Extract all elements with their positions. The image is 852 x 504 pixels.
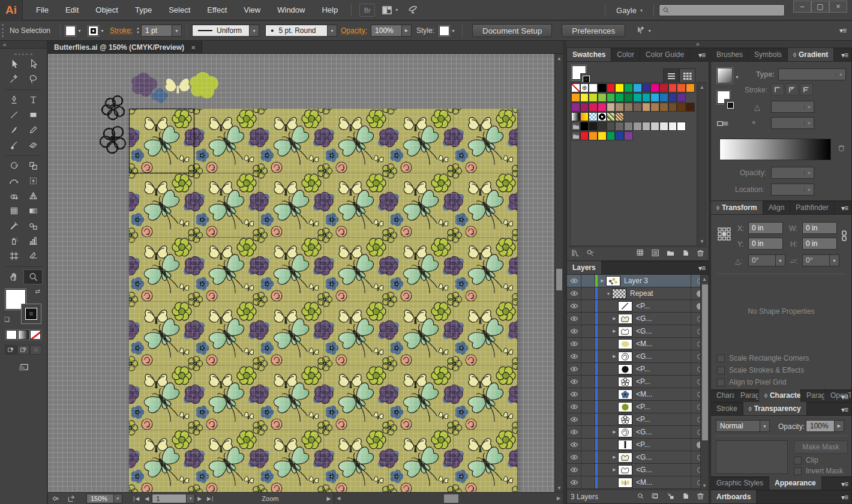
- swatch[interactable]: [677, 83, 686, 92]
- locate-object-icon[interactable]: [636, 491, 645, 502]
- x-field[interactable]: 0 in: [748, 222, 783, 234]
- swatch[interactable]: [615, 103, 624, 112]
- layer-row[interactable]: <P...: [567, 363, 709, 376]
- tab-stroke[interactable]: Stroke: [711, 402, 743, 415]
- gradient-fill-stroke-proxy[interactable]: [717, 91, 733, 111]
- layer-main-cell[interactable]: ▶<G...: [595, 350, 691, 362]
- swatch[interactable]: [615, 93, 624, 102]
- stroke-link[interactable]: Stroke:: [110, 26, 133, 35]
- black-outline-flower[interactable]: [102, 96, 124, 119]
- swatch[interactable]: [624, 93, 633, 102]
- layer-row[interactable]: <P...: [567, 413, 709, 426]
- shear-field[interactable]: 0°: [802, 254, 830, 266]
- swatch[interactable]: [598, 131, 607, 140]
- expand-right-icon[interactable]: ▶: [611, 430, 618, 434]
- stroke-proxy[interactable]: [21, 304, 41, 324]
- layer-main-cell[interactable]: <P...: [595, 363, 691, 375]
- layer-main-cell[interactable]: ▶<G...: [595, 464, 691, 476]
- rotate-field[interactable]: 0°: [748, 254, 776, 266]
- panel-menu-icon[interactable]: ▾≡: [841, 480, 848, 488]
- black-outline-flower-filled-center[interactable]: [100, 127, 125, 153]
- swatch[interactable]: [624, 122, 633, 131]
- rotate-dropdown[interactable]: ▼: [776, 254, 785, 266]
- checkbox-icon[interactable]: [794, 467, 802, 475]
- symbol-sprayer-tool[interactable]: [4, 233, 23, 248]
- layer-name[interactable]: Repeat: [630, 289, 653, 298]
- scale-rectangle-corners-option[interactable]: Scale Rectangle Corners: [717, 354, 845, 362]
- lock-toggle-cell[interactable]: [581, 287, 595, 299]
- menu-object[interactable]: Object: [87, 0, 127, 20]
- swatch[interactable]: [668, 122, 677, 131]
- type-tool[interactable]: [23, 92, 43, 107]
- swatch[interactable]: [580, 131, 589, 140]
- green-blob-flower[interactable]: [190, 72, 218, 98]
- layer-name[interactable]: <P...: [636, 302, 650, 310]
- layer-name[interactable]: <M...: [636, 478, 652, 487]
- settings-gears-icon[interactable]: [49, 494, 62, 503]
- opacity-field[interactable]: 100%: [371, 25, 402, 37]
- free-transform-tool[interactable]: [23, 173, 43, 188]
- gradient-angle-field[interactable]: ▼: [771, 101, 814, 113]
- swatch[interactable]: [580, 122, 589, 131]
- layer-main-cell[interactable]: ▶<G...: [595, 426, 691, 438]
- swatch[interactable]: [633, 122, 642, 131]
- slice-tool[interactable]: [23, 248, 43, 263]
- align-pixel-grid-option[interactable]: Align to Pixel Grid: [717, 378, 845, 386]
- column-graph-tool[interactable]: [23, 233, 43, 248]
- panel-menu-icon[interactable]: ▾≡: [841, 406, 848, 414]
- swatch[interactable]: [580, 112, 589, 121]
- stroke-dropdown[interactable]: ▼: [98, 26, 106, 36]
- stroke-weight-stepper[interactable]: ▲▼: [136, 26, 140, 35]
- artboard-tool[interactable]: [4, 248, 23, 263]
- expand-right-icon[interactable]: ▶: [611, 329, 618, 334]
- shape-builder-tool[interactable]: [4, 188, 23, 203]
- visibility-eye-icon[interactable]: [567, 363, 581, 375]
- gradient-aspect-field[interactable]: ▼: [771, 117, 814, 129]
- swatch[interactable]: [642, 103, 651, 112]
- visibility-eye-icon[interactable]: [567, 388, 581, 400]
- document-setup-button[interactable]: Document Setup: [472, 24, 552, 37]
- lock-toggle-cell[interactable]: [581, 439, 595, 451]
- panel-menu-icon[interactable]: ▾≡: [841, 493, 848, 502]
- scale-strokes-effects-option[interactable]: Scale Strokes & Effects: [717, 366, 845, 374]
- layer-main-cell[interactable]: ▼Repeat: [595, 287, 691, 299]
- swatch[interactable]: [589, 122, 598, 131]
- control-panel-menu-icon[interactable]: ▾≡: [839, 26, 846, 35]
- tab-color[interactable]: Color: [611, 48, 640, 61]
- delete-layer-icon[interactable]: [696, 491, 705, 502]
- visibility-eye-icon[interactable]: [567, 464, 581, 476]
- layer-name[interactable]: <G...: [636, 453, 652, 461]
- next-artboard-button[interactable]: ▶: [197, 496, 202, 502]
- layer-name[interactable]: <P...: [636, 377, 650, 386]
- layer-row[interactable]: ▶<G...: [567, 313, 709, 325]
- swatch[interactable]: [650, 122, 659, 131]
- swatch[interactable]: [598, 93, 607, 102]
- paintbrush-tool[interactable]: [4, 122, 23, 137]
- swatch[interactable]: [624, 83, 633, 92]
- swatch[interactable]: [589, 103, 598, 112]
- layer-name[interactable]: <P...: [636, 415, 650, 424]
- canvas[interactable]: [48, 54, 554, 492]
- visibility-eye-icon[interactable]: [567, 401, 581, 413]
- swatch-registration[interactable]: ⊕: [580, 83, 589, 92]
- close-button[interactable]: ×: [829, 1, 847, 13]
- hand-tool[interactable]: [4, 269, 23, 284]
- workspace-switcher[interactable]: Gayle▾: [616, 6, 643, 15]
- scroll-left-icon[interactable]: ◀: [334, 494, 343, 503]
- arrange-documents-icon[interactable]: ▾: [381, 4, 399, 17]
- scroll-right-icon[interactable]: ▶: [554, 494, 563, 503]
- scroll-down-icon[interactable]: ▼: [698, 237, 706, 245]
- panel-menu-icon[interactable]: ▾≡: [698, 264, 705, 272]
- mesh-tool[interactable]: [4, 203, 23, 218]
- swatch[interactable]: [607, 93, 616, 102]
- swatch[interactable]: [607, 103, 616, 112]
- layer-row[interactable]: <M...: [567, 476, 709, 489]
- blend-tool[interactable]: [23, 218, 43, 233]
- layer-row[interactable]: <M...: [567, 338, 709, 350]
- layer-name[interactable]: <G...: [636, 352, 652, 361]
- tab-graphic-styles[interactable]: Graphic Styles: [711, 476, 769, 490]
- show-swatch-kinds-icon[interactable]: [636, 248, 645, 259]
- layer-row[interactable]: <P...: [567, 401, 709, 413]
- width-profile-combo[interactable]: Uniform: [192, 25, 250, 37]
- swatch[interactable]: [615, 112, 624, 121]
